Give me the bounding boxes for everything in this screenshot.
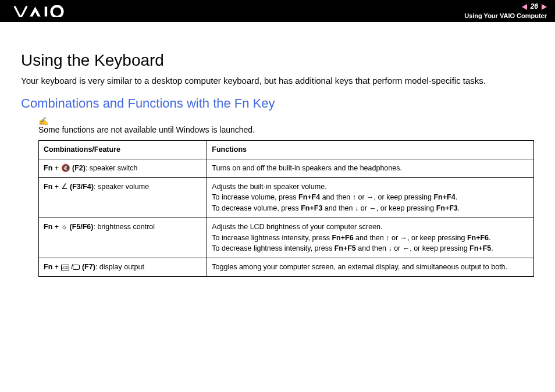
th-functions: Functions bbox=[207, 141, 534, 159]
function-cell: Toggles among your computer screen, an e… bbox=[207, 258, 534, 277]
arrow-down-icon bbox=[388, 244, 392, 252]
arrow-left-icon bbox=[403, 244, 410, 252]
lcd-icon: LCD bbox=[61, 265, 69, 270]
svg-point-1 bbox=[52, 6, 63, 17]
table-row: Fn + LCD / (F7): display outputToggles a… bbox=[39, 258, 534, 277]
next-page-arrow[interactable] bbox=[542, 4, 547, 10]
arrow-down-icon bbox=[355, 204, 358, 212]
svg-rect-0 bbox=[45, 7, 47, 17]
subsection-title: Combinations and Functions with the Fn K… bbox=[21, 96, 534, 111]
prev-page-arrow[interactable] bbox=[522, 4, 527, 10]
function-cell: Turns on and off the built-in speakers a… bbox=[207, 159, 534, 177]
speaker-volume-icon: ∠ bbox=[61, 183, 68, 191]
combination-cell: Fn + 🔇 (F2): speaker switch bbox=[39, 159, 207, 177]
note-block: ✍ Some functions are not available until… bbox=[38, 117, 534, 134]
arrow-up-icon bbox=[386, 234, 389, 242]
combination-cell: Fn + LCD / (F7): display output bbox=[39, 258, 207, 277]
table-row: Fn + ☼ (F5/F6): brightness controlAdjust… bbox=[39, 218, 534, 258]
header-right: 26 Using Your VAIO Computer bbox=[464, 2, 547, 20]
table-row: Fn + ∠ (F3/F4): speaker volumeAdjusts th… bbox=[39, 177, 534, 218]
top-bar: 26 Using Your VAIO Computer bbox=[0, 0, 555, 22]
section-title: Using Your VAIO Computer bbox=[464, 12, 547, 20]
speaker-mute-icon: 🔇 bbox=[61, 164, 70, 172]
function-cell: Adjusts the LCD brightness of your compu… bbox=[207, 218, 534, 258]
arrow-right-icon bbox=[400, 234, 408, 242]
th-combinations: Combinations/Feature bbox=[39, 141, 207, 159]
intro-text: Your keyboard is very similar to a deskt… bbox=[21, 76, 534, 85]
function-cell: Adjusts the built-in speaker volume.To i… bbox=[207, 177, 534, 218]
arrow-up-icon bbox=[353, 193, 356, 201]
vaio-logo bbox=[10, 5, 74, 17]
page-title: Using the Keyboard bbox=[21, 51, 534, 70]
pager: 26 bbox=[522, 2, 547, 12]
external-display-icon bbox=[73, 265, 80, 270]
brightness-icon: ☼ bbox=[61, 223, 67, 231]
combination-cell: Fn + ☼ (F5/F6): brightness control bbox=[39, 218, 207, 258]
table-row: Fn + 🔇 (F2): speaker switchTurns on and … bbox=[39, 159, 534, 177]
arrow-left-icon bbox=[369, 204, 376, 212]
page-content: Using the Keyboard Your keyboard is very… bbox=[0, 22, 555, 298]
fn-key-table: Combinations/Feature Functions Fn + 🔇 (F… bbox=[38, 140, 534, 277]
arrow-right-icon bbox=[367, 193, 374, 201]
note-text: Some functions are not available until W… bbox=[38, 125, 534, 134]
page-number: 26 bbox=[531, 2, 538, 12]
combination-cell: Fn + ∠ (F3/F4): speaker volume bbox=[39, 177, 207, 218]
note-icon: ✍ bbox=[38, 117, 534, 125]
